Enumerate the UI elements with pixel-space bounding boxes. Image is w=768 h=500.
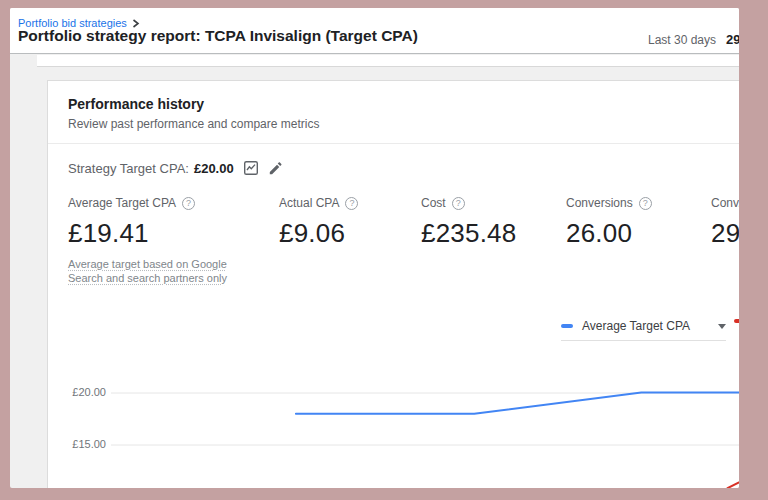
strategy-target-cpa-label: Strategy Target CPA: [68, 161, 189, 176]
metric-label: Conv. rate [711, 196, 739, 210]
series-line [296, 393, 739, 414]
metric-conversions: Conversions 26.00 [566, 196, 652, 249]
metric-value: 26.00 [566, 218, 652, 249]
strategy-target-cpa-value: £20.00 [194, 161, 234, 176]
legend-metric-1-selector[interactable]: Average Target CPA [561, 319, 726, 341]
help-icon[interactable] [345, 197, 358, 210]
date-range-selector[interactable]: Last 30 days 29 [648, 32, 739, 47]
chart-canvas [48, 381, 739, 488]
chart-icon[interactable] [243, 160, 259, 176]
metric-label: Average Target CPA [68, 196, 176, 210]
legend-metric-2-selector[interactable] [734, 319, 739, 330]
edit-icon[interactable] [268, 161, 283, 176]
date-range-label: Last 30 days [648, 33, 716, 47]
decorative-frame: Portfolio bid strategies Portfolio strat… [0, 0, 768, 500]
help-icon[interactable] [182, 197, 195, 210]
metric-label: Cost [421, 196, 446, 210]
series-line [728, 472, 740, 488]
chevron-down-icon [718, 324, 726, 329]
y-axis-tick-label: £15.00 [48, 438, 106, 450]
legend-color-dash [561, 324, 573, 328]
help-icon[interactable] [452, 197, 465, 210]
metrics-row: Average Target CPA £19.41 Actual CPA £9.… [48, 196, 739, 256]
metric-label: Actual CPA [279, 196, 339, 210]
metric-cost: Cost £235.48 [421, 196, 516, 249]
metric-label: Conversions [566, 196, 633, 210]
page-title: Portfolio strategy report: TCPA Invisali… [18, 27, 418, 45]
metric-value: 29.5 [711, 218, 739, 249]
section-title: Performance history [68, 96, 204, 112]
help-icon[interactable] [639, 197, 652, 210]
legend-color-dash [734, 319, 739, 323]
divider [48, 143, 739, 144]
chart-legend: Average Target CPA [48, 319, 739, 345]
toolbar-strip [37, 55, 739, 67]
metric-value: £19.41 [68, 218, 195, 249]
metric-value: £235.48 [421, 218, 516, 249]
app-header: Portfolio bid strategies Portfolio strat… [10, 8, 739, 54]
performance-chart: £20.00£15.00£10.00 [48, 381, 739, 488]
app-viewport: Portfolio bid strategies Portfolio strat… [10, 8, 739, 488]
metric-average-target-cpa: Average Target CPA £19.41 [68, 196, 195, 249]
strategy-target-cpa-row: Strategy Target CPA: £20.00 [68, 160, 283, 176]
average-target-footnote: Average target based on Google Search an… [68, 257, 253, 285]
y-axis-tick-label: £20.00 [48, 386, 106, 398]
metric-actual-cpa: Actual CPA £9.06 [279, 196, 358, 249]
date-range-value: 29 [726, 32, 739, 47]
metric-value: £9.06 [279, 218, 358, 249]
legend-label: Average Target CPA [582, 319, 690, 333]
metric-conv-rate: Conv. rate 29.5 [711, 196, 739, 249]
section-subtitle: Review past performance and compare metr… [68, 117, 319, 131]
performance-history-card: Performance history Review past performa… [47, 80, 739, 488]
